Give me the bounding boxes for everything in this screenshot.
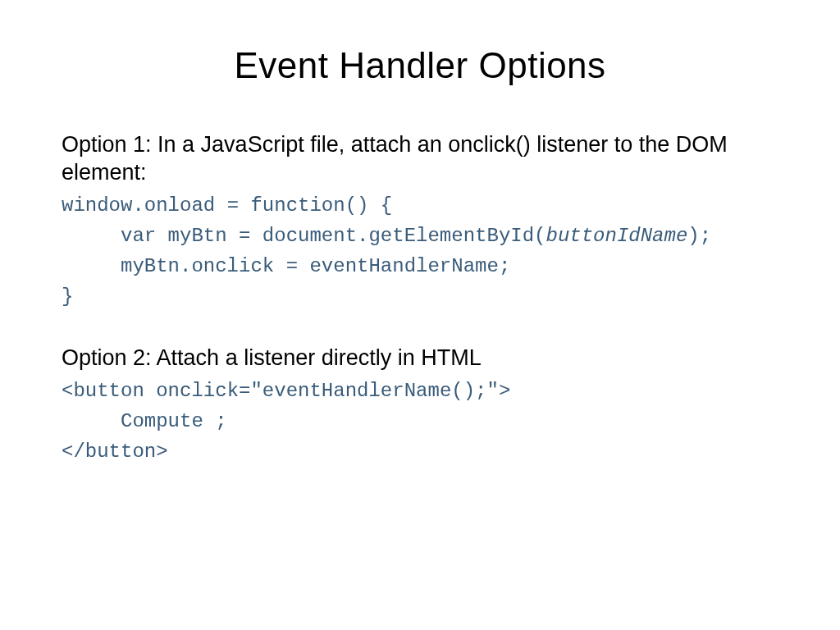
code-line: Compute ; (121, 410, 227, 432)
option1-code-block: window.onload = function() { var myBtn =… (62, 190, 778, 313)
slide-title: Event Handler Options (62, 45, 778, 86)
option1-heading: Option 1: In a JavaScript file, attach a… (62, 131, 778, 187)
code-line: myBtn.onclick = eventHandlerName; (121, 255, 510, 277)
code-line: window.onload = function() { (62, 194, 392, 217)
option2-code-block: <button onclick="eventHandlerName();"> C… (62, 376, 778, 468)
slide-container: Event Handler Options Option 1: In a Jav… (0, 0, 840, 523)
code-line: var myBtn = document.getElementById(butt… (121, 225, 711, 247)
code-line: <button onclick="eventHandlerName();"> (62, 380, 510, 402)
option2-heading: Option 2: Attach a listener directly in … (62, 345, 778, 372)
code-line: } (62, 285, 73, 308)
code-line: </button> (62, 441, 168, 463)
